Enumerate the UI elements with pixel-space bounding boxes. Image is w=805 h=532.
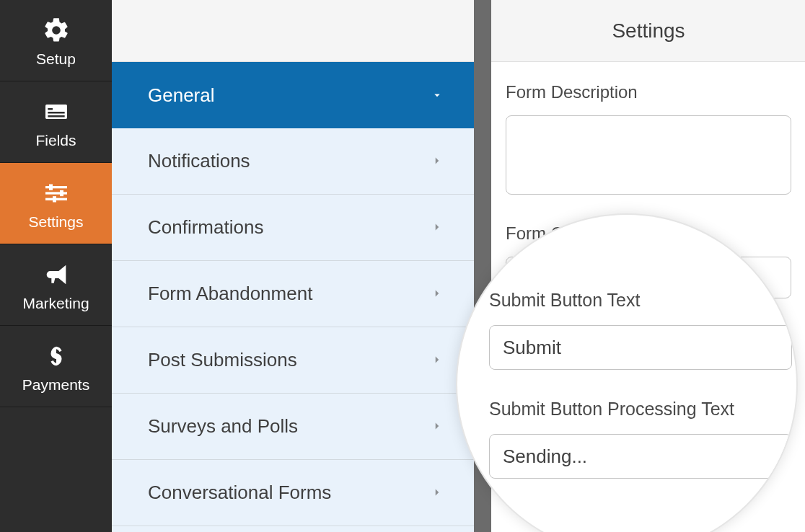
svg-rect-4 bbox=[45, 186, 67, 188]
settings-item-conversational-forms[interactable]: Conversational Forms bbox=[112, 460, 474, 526]
settings-item-label: Surveys and Polls bbox=[148, 415, 298, 438]
submit-button-text-label: Submit Button Text bbox=[489, 290, 796, 311]
submit-button-processing-group: Submit Button Processing Text bbox=[489, 399, 796, 479]
sidebar-item-payments[interactable]: Payments bbox=[0, 326, 112, 407]
chevron-right-icon bbox=[431, 216, 444, 239]
form-description-label: Form Description bbox=[506, 82, 791, 102]
settings-list: General Notifications Confirmations Form… bbox=[112, 62, 474, 532]
settings-item-surveys-polls[interactable]: Surveys and Polls bbox=[112, 394, 474, 460]
sidebar-label: Fields bbox=[35, 132, 76, 149]
submit-button-text-group: Submit Button Text bbox=[489, 290, 796, 370]
chevron-right-icon bbox=[431, 415, 444, 438]
svg-rect-8 bbox=[60, 190, 63, 196]
settings-item-label: Post Submissions bbox=[148, 349, 297, 371]
chevron-right-icon bbox=[431, 150, 444, 172]
chevron-right-icon bbox=[431, 482, 444, 504]
chevron-right-icon bbox=[431, 349, 444, 371]
fields-icon bbox=[42, 97, 71, 126]
sliders-icon bbox=[42, 179, 71, 208]
settings-item-notifications[interactable]: Notifications bbox=[112, 128, 474, 195]
settings-panel-header bbox=[112, 0, 474, 62]
settings-item-label: Notifications bbox=[148, 150, 250, 172]
svg-rect-2 bbox=[48, 112, 64, 114]
settings-item-label: Conversational Forms bbox=[148, 482, 331, 504]
sidebar-label: Payments bbox=[22, 376, 89, 394]
settings-item-label: General bbox=[148, 84, 215, 107]
svg-rect-1 bbox=[48, 108, 53, 110]
sidebar-item-settings[interactable]: Settings bbox=[0, 163, 112, 244]
sidebar-item-setup[interactable]: Setup bbox=[0, 0, 112, 81]
svg-rect-9 bbox=[53, 196, 56, 202]
sidebar-item-fields[interactable]: Fields bbox=[0, 81, 112, 163]
chevron-right-icon bbox=[431, 283, 444, 305]
submit-button-processing-input[interactable] bbox=[489, 434, 792, 479]
submit-button-processing-label: Submit Button Processing Text bbox=[489, 399, 796, 420]
svg-rect-3 bbox=[48, 115, 64, 118]
form-description-input[interactable] bbox=[506, 115, 791, 195]
sidebar-label: Settings bbox=[29, 213, 84, 231]
settings-item-form-abandonment[interactable]: Form Abandonment bbox=[112, 261, 474, 327]
svg-rect-5 bbox=[45, 192, 67, 194]
gear-icon bbox=[42, 16, 71, 45]
chevron-down-icon bbox=[431, 84, 444, 107]
megaphone-icon bbox=[42, 260, 71, 289]
form-description-group: Form Description bbox=[506, 82, 791, 198]
settings-item-label: Form Abandonment bbox=[148, 283, 312, 305]
sidebar-label: Setup bbox=[36, 50, 76, 68]
settings-item-label: Confirmations bbox=[148, 216, 263, 239]
page-title: Settings bbox=[612, 19, 685, 43]
settings-item-confirmations[interactable]: Confirmations bbox=[112, 195, 474, 261]
content-header: Settings bbox=[491, 0, 805, 62]
settings-item-post-submissions[interactable]: Post Submissions bbox=[112, 327, 474, 394]
sidebar-item-marketing[interactable]: Marketing bbox=[0, 244, 112, 326]
settings-panel: General Notifications Confirmations Form… bbox=[112, 0, 474, 532]
sidebar-label: Marketing bbox=[22, 295, 89, 312]
main-sidebar: Setup Fields Settings Marketing Payments bbox=[0, 0, 112, 532]
dollar-icon bbox=[42, 342, 71, 371]
submit-button-text-input[interactable] bbox=[489, 325, 792, 370]
settings-item-general[interactable]: General bbox=[112, 62, 474, 128]
svg-rect-7 bbox=[49, 185, 53, 190]
